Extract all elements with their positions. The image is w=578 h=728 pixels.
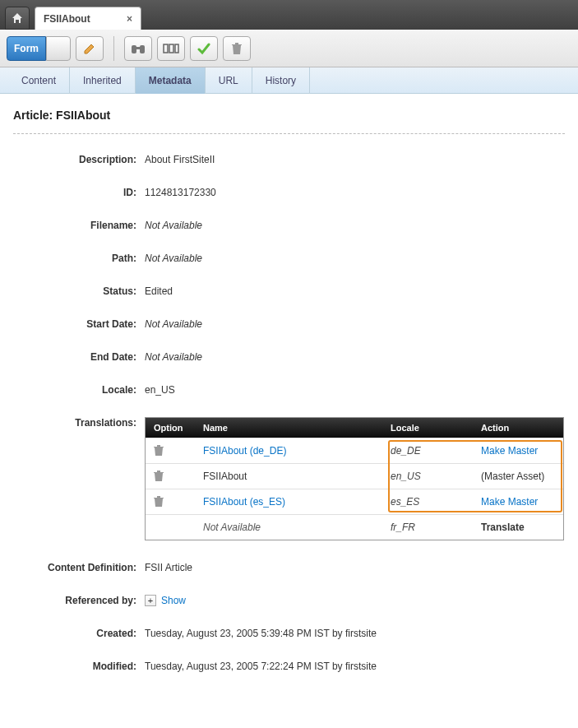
table-row: FSIIAbout (es_ES)es_ESMake Master [146, 489, 563, 515]
document-tab[interactable]: FSIIAbout × [35, 7, 141, 30]
check-icon [197, 42, 211, 55]
form-toggle-alt[interactable] [46, 36, 71, 61]
approve-button[interactable] [190, 36, 218, 61]
sub-nav: Content Inherited Metadata URL History [0, 67, 578, 94]
translation-locale: en_US [382, 464, 473, 489]
binoculars-icon [131, 42, 146, 55]
value-content-definition: FSII Article [145, 562, 565, 573]
svg-rect-2 [136, 47, 141, 49]
close-icon[interactable]: × [127, 13, 132, 25]
translation-name: Not Available [203, 522, 261, 533]
translation-name[interactable]: FSIIAbout (es_ES) [203, 496, 285, 508]
trash-icon[interactable] [154, 445, 187, 457]
value-created: Tuesday, August 23, 2005 5:39:48 PM IST … [145, 628, 565, 639]
table-row: Not Availablefr_FRTranslate [146, 515, 563, 540]
svg-rect-5 [175, 44, 178, 53]
th-name: Name [195, 418, 382, 438]
value-id: 1124813172330 [145, 187, 565, 198]
tab-url[interactable]: URL [206, 67, 252, 94]
label-created: Created: [13, 628, 145, 639]
devices-icon [163, 42, 179, 55]
label-referenced-by: Referenced by: [13, 595, 145, 606]
expand-button[interactable]: + [145, 595, 156, 606]
edit-button[interactable] [76, 36, 104, 61]
tab-history[interactable]: History [252, 67, 310, 94]
label-path: Path: [13, 253, 145, 264]
value-locale: en_US [145, 384, 565, 396]
title-bar: FSIIAbout × [0, 0, 578, 30]
show-link[interactable]: Show [161, 595, 186, 606]
tab-metadata[interactable]: Metadata [136, 67, 206, 94]
home-button[interactable] [5, 7, 30, 30]
translation-action[interactable]: Make Master [481, 496, 538, 508]
translation-locale: fr_FR [382, 515, 473, 540]
translations-table: Option Name Locale Action FSIIAbout (de_… [145, 417, 564, 540]
label-filename: Filename: [13, 220, 145, 231]
page-title: Article: FSIIAbout [13, 109, 565, 122]
form-toggle[interactable]: Form [7, 36, 71, 61]
label-start-date: Start Date: [13, 318, 145, 330]
value-modified: Tuesday, August 23, 2005 7:22:24 PM IST … [145, 661, 565, 672]
translation-locale: es_ES [382, 489, 473, 515]
translation-locale: de_DE [382, 438, 473, 464]
tab-title: FSIIAbout [44, 13, 90, 25]
value-filename: Not Available [145, 220, 565, 231]
value-start-date: Not Available [145, 318, 565, 330]
label-description: Description: [13, 154, 145, 165]
translation-name: FSIIAbout [203, 471, 247, 482]
label-content-definition: Content Definition: [13, 562, 145, 573]
table-row: FSIIAbout (de_DE)de_DEMake Master [146, 438, 563, 464]
pencil-icon [83, 42, 96, 55]
label-status: Status: [13, 285, 145, 297]
tab-content[interactable]: Content [8, 67, 70, 94]
svg-rect-3 [164, 44, 168, 53]
label-end-date: End Date: [13, 351, 145, 363]
value-status: Edited [145, 285, 565, 297]
toolbar-separator [113, 36, 114, 61]
translation-action[interactable]: Make Master [481, 445, 538, 457]
trash-icon[interactable] [154, 471, 187, 482]
label-id: ID: [13, 187, 145, 198]
delete-button[interactable] [223, 36, 251, 61]
value-path: Not Available [145, 253, 565, 264]
divider [13, 133, 565, 134]
preview-button[interactable] [124, 36, 152, 61]
value-description: About FirstSiteII [145, 154, 565, 165]
compare-button[interactable] [157, 36, 185, 61]
table-row: FSIIAbouten_US(Master Asset) [146, 464, 563, 489]
tab-inherited[interactable]: Inherited [70, 67, 136, 94]
th-option: Option [146, 418, 195, 438]
translation-action: (Master Asset) [481, 471, 544, 482]
th-action: Action [473, 418, 563, 438]
translation-name[interactable]: FSIIAbout (de_DE) [203, 445, 286, 457]
svg-rect-4 [169, 44, 173, 53]
value-end-date: Not Available [145, 351, 565, 363]
form-button[interactable]: Form [7, 36, 46, 61]
trash-icon [231, 42, 243, 55]
trash-icon[interactable] [154, 496, 187, 508]
home-icon [11, 12, 24, 25]
toolbar: Form [0, 30, 578, 67]
th-locale: Locale [382, 418, 473, 438]
label-modified: Modified: [13, 661, 145, 672]
translation-action[interactable]: Translate [481, 522, 525, 533]
label-translations: Translations: [13, 417, 145, 540]
content-area: Article: FSIIAbout Description:About Fir… [0, 94, 578, 687]
label-locale: Locale: [13, 384, 145, 396]
